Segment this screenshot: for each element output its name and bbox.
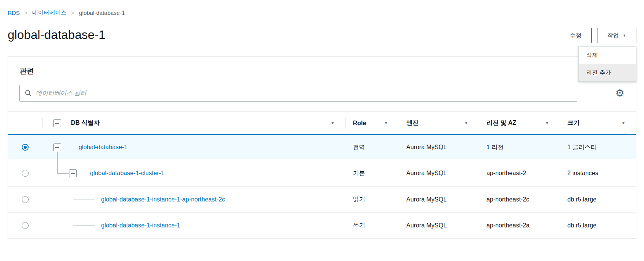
db-identifier-link[interactable]: global-database-1-instance-1-ap-northeas… xyxy=(101,196,225,203)
tree-connector xyxy=(73,213,73,226)
tree-connector xyxy=(73,200,95,200)
size-cell: 2 instances xyxy=(560,160,636,186)
column-label: DB 식별자 xyxy=(71,119,100,127)
actions-dropdown-button[interactable]: 작업 ▼ xyxy=(597,28,636,43)
db-identifier-link[interactable]: global-database-1-instance-1 xyxy=(101,222,180,229)
settings-gear-icon[interactable]: ⚙ xyxy=(615,88,625,98)
row-select-cell xyxy=(8,187,42,212)
breadcrumb: RDS > 데이터베이스 > global-database-1 xyxy=(8,0,636,16)
size-cell: db.r5.large xyxy=(560,213,636,238)
column-header-size[interactable]: 크기 ▼ xyxy=(560,112,636,134)
column-label: Role xyxy=(353,120,366,127)
column-header-engine[interactable]: 엔진 ▼ xyxy=(399,112,479,134)
database-filter-input[interactable] xyxy=(19,85,577,102)
row-select-cell xyxy=(8,213,42,238)
region-az-cell: ap-northeast-2 xyxy=(479,160,560,186)
tree-connector xyxy=(57,152,58,160)
collapse-toggle-icon[interactable] xyxy=(53,143,61,151)
breadcrumb-databases-link[interactable]: 데이터베이스 xyxy=(32,9,66,16)
rds-global-database-page: RDS > 데이터베이스 > global-database-1 global-… xyxy=(0,0,644,238)
sort-caret-icon: ▼ xyxy=(384,121,388,125)
engine-cell: Aurora MySQL xyxy=(399,213,479,238)
tree-connector xyxy=(57,173,69,174)
row-radio[interactable] xyxy=(22,196,29,203)
role-cell: 기본 xyxy=(345,160,399,186)
size-cell: 1 클러스터 xyxy=(560,135,636,160)
table-row: global-database-1-instance-1 쓰기 Aurora M… xyxy=(8,212,636,238)
page-title: global-database-1 xyxy=(8,28,105,42)
table-header: DB 식별자 ▼ Role ▼ 엔진 ▼ 리전 및 AZ ▼ 크기 ▼ xyxy=(8,111,636,134)
modify-button-label: 수정 xyxy=(570,32,581,39)
sort-caret-icon: ▼ xyxy=(331,121,335,125)
role-cell: 읽기 xyxy=(345,187,399,212)
row-radio-selected[interactable] xyxy=(22,144,29,151)
row-select-cell xyxy=(8,160,42,186)
region-az-cell: 1 리전 xyxy=(479,135,560,160)
header-actions: 수정 작업 ▼ 삭제 리전 추가 xyxy=(560,28,636,43)
breadcrumb-current: global-database-1 xyxy=(79,10,125,16)
modify-button[interactable]: 수정 xyxy=(560,28,592,43)
column-header-role[interactable]: Role ▼ xyxy=(345,112,399,134)
tree-connector xyxy=(73,226,95,226)
db-identifier-cell: global-database-1 xyxy=(42,135,345,160)
menu-item-add-region[interactable]: 리전 추가 xyxy=(579,64,636,81)
column-label: 크기 xyxy=(567,119,580,127)
sort-caret-icon: ▼ xyxy=(464,121,468,125)
chevron-right-icon: > xyxy=(71,10,74,16)
sort-caret-icon: ▼ xyxy=(545,121,549,125)
region-az-cell: ap-northeast-2c xyxy=(479,187,560,212)
collapse-all-icon[interactable] xyxy=(53,119,61,127)
role-cell: 쓰기 xyxy=(345,213,399,238)
tree-connector xyxy=(57,160,58,173)
column-label: 리전 및 AZ xyxy=(486,119,516,127)
column-label: 엔진 xyxy=(406,119,419,127)
db-identifier-cell: global-database-1-instance-1 xyxy=(42,213,345,238)
row-radio[interactable] xyxy=(22,222,29,229)
role-cell: 전역 xyxy=(345,135,399,160)
db-identifier-cell: global-database-1-instance-1-ap-northeas… xyxy=(42,187,345,212)
engine-cell: Aurora MySQL xyxy=(399,187,479,212)
db-identifier-link[interactable]: global-database-1 xyxy=(79,144,127,151)
sort-caret-icon: ▼ xyxy=(621,121,625,125)
filter-row: ⚙ xyxy=(8,76,636,111)
db-identifier-cell: global-database-1-cluster-1 xyxy=(42,160,345,186)
tree-connector xyxy=(73,178,73,186)
header-radio-spacer xyxy=(8,112,42,134)
region-az-cell: ap-northeast-2a xyxy=(479,213,560,238)
table-row: global-database-1 전역 Aurora MySQL 1 리전 1… xyxy=(8,134,636,160)
chevron-down-icon: ▼ xyxy=(623,34,626,37)
collapse-toggle-icon[interactable] xyxy=(69,169,77,177)
engine-cell: Aurora MySQL xyxy=(399,135,479,160)
actions-dropdown-menu: 삭제 리전 추가 xyxy=(578,46,636,82)
actions-button-label: 작업 xyxy=(607,32,619,39)
page-header: global-database-1 수정 작업 ▼ 삭제 리전 추가 xyxy=(8,28,636,43)
table-row: global-database-1-cluster-1 기본 Aurora My… xyxy=(8,160,636,186)
chevron-right-icon: > xyxy=(24,10,28,16)
row-radio[interactable] xyxy=(22,170,29,177)
engine-cell: Aurora MySQL xyxy=(399,160,479,186)
related-databases-panel: 관련 ⚙ DB 식별자 ▼ Role ▼ 엔진 xyxy=(8,56,636,238)
menu-item-delete[interactable]: 삭제 xyxy=(579,47,636,64)
search-icon xyxy=(25,90,32,97)
column-header-region-az[interactable]: 리전 및 AZ ▼ xyxy=(479,112,560,134)
table-row: global-database-1-instance-1-ap-northeas… xyxy=(8,186,636,212)
column-header-db-identifier[interactable]: DB 식별자 ▼ xyxy=(42,112,345,134)
search-wrap xyxy=(19,85,577,102)
row-select-cell xyxy=(8,135,42,160)
panel-title: 관련 xyxy=(8,56,636,76)
breadcrumb-rds-link[interactable]: RDS xyxy=(8,10,20,16)
db-identifier-link[interactable]: global-database-1-cluster-1 xyxy=(90,170,164,177)
size-cell: db.r5.large xyxy=(560,187,636,212)
